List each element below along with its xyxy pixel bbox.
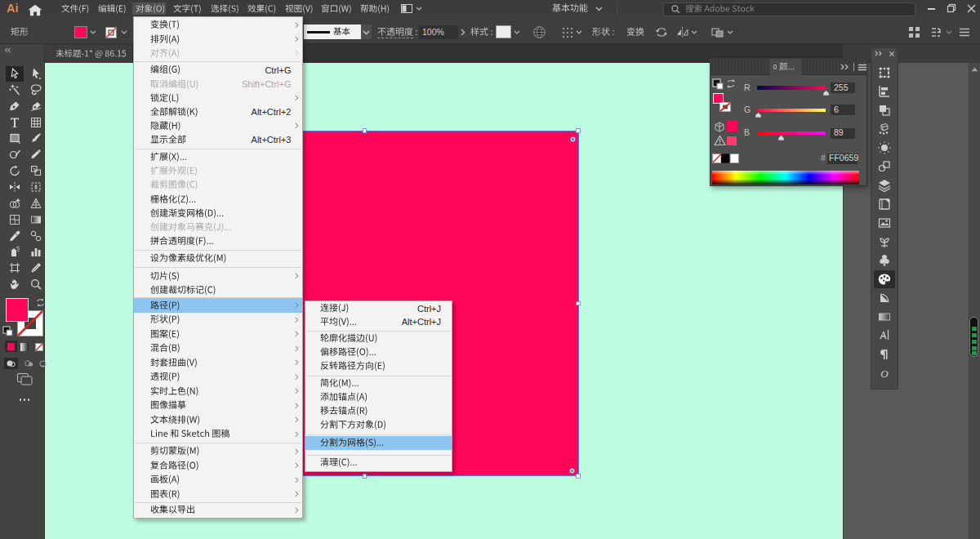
svg-text:O: O	[880, 368, 889, 380]
